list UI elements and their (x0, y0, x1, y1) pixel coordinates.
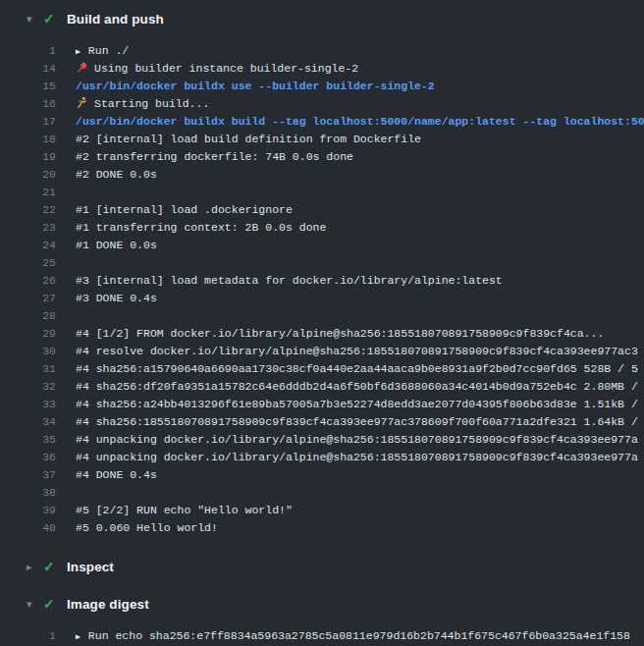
line-number[interactable]: 19 (0, 148, 56, 166)
log-text: #2 [internal] load build definition from… (56, 131, 421, 148)
log-line: 29#4 [1/2] FROM docker.io/library/alpine… (0, 325, 644, 343)
log-text: #1 [internal] load .dockerignore (56, 201, 293, 219)
log-text: #4 resolve docker.io/library/alpine@sha2… (56, 343, 638, 360)
log-text-content: #2 transferring dockerfile: 74B 0.0s don… (76, 150, 353, 163)
log-text: Using builder instance builder-single-2 (56, 60, 358, 80)
log-line: 32#4 sha256:df20fa9351a15782c64e6dddb2d4… (0, 378, 644, 396)
log-text-content: #4 sha256:a15790640a6690aa1730c38cf0a440… (76, 362, 638, 375)
log-line: 36#4 unpacking docker.io/library/alpine@… (0, 449, 644, 466)
line-number[interactable]: 26 (0, 272, 56, 290)
line-number[interactable]: 1 (0, 42, 56, 60)
chevron-down-icon[interactable]: ▾ (27, 599, 43, 610)
section-header-build-and-push[interactable]: ▾ ✓ Build and push (0, 5, 644, 32)
line-number[interactable]: 40 (0, 519, 56, 537)
log-text-content: #2 [internal] load build definition from… (76, 133, 421, 145)
line-number[interactable]: 22 (0, 201, 56, 219)
line-number[interactable]: 34 (0, 413, 56, 431)
line-number[interactable]: 38 (0, 484, 56, 502)
log-group-inspect: ▸ ✓ Inspect (0, 553, 644, 580)
log-group-build-and-push: ▾ ✓ Build and push 1▶Run ./14Using build… (0, 5, 644, 547)
line-number[interactable]: 39 (0, 502, 56, 519)
log-text: #2 transferring dockerfile: 74B 0.0s don… (56, 148, 353, 166)
log-text: #4 sha256:a24bb4013296f61e89ba57005a7b3e… (56, 396, 638, 413)
log-text: #3 [internal] load metadata for docker.i… (56, 272, 503, 290)
log-line: 35#4 unpacking docker.io/library/alpine@… (0, 431, 644, 449)
log-text: #4 sha256:185518070891758909c9f839cf4ca3… (56, 413, 638, 431)
line-number[interactable]: 32 (0, 378, 56, 396)
line-number[interactable]: 31 (0, 360, 56, 378)
log-line: 31#4 sha256:a15790640a6690aa1730c38cf0a4… (0, 360, 644, 378)
log-line: 14Using builder instance builder-single-… (0, 60, 644, 78)
log-line: 17/usr/bin/docker buildx build --tag loc… (0, 113, 644, 131)
line-number[interactable]: 20 (0, 166, 56, 184)
log-text: #4 unpacking docker.io/library/alpine@sh… (56, 431, 638, 449)
log-text: #3 DONE 0.4s (56, 290, 157, 307)
log-text-content: /usr/bin/docker buildx build --tag local… (76, 115, 644, 128)
log-line: 27#3 DONE 0.4s (0, 290, 644, 307)
expand-run-icon[interactable]: ▶ (76, 628, 80, 646)
line-number[interactable]: 24 (0, 237, 56, 254)
line-number[interactable]: 30 (0, 343, 56, 360)
log-text: ▶Run ./ (56, 42, 129, 61)
log-text: #4 sha256:a15790640a6690aa1730c38cf0a440… (56, 360, 638, 378)
log-text: #1 transferring context: 2B 0.0s done (56, 219, 326, 237)
workflow-log-viewer: ▾ ✓ Build and push 1▶Run ./14Using build… (0, 0, 644, 646)
log-text-content: #5 0.060 Hello world! (76, 521, 218, 534)
line-number[interactable]: 14 (0, 60, 56, 78)
log-line: 25 (0, 254, 644, 272)
line-number[interactable]: 1 (0, 627, 56, 645)
line-number[interactable]: 37 (0, 466, 56, 484)
log-line: 26#3 [internal] load metadata for docker… (0, 272, 644, 290)
log-text-content: Using builder instance builder-single-2 (94, 62, 358, 75)
log-text-content: #2 DONE 0.0s (76, 168, 157, 181)
line-number[interactable]: 28 (0, 307, 56, 325)
section-header-image-digest[interactable]: ▾ ✓ Image digest (0, 590, 644, 618)
log-line: 30#4 resolve docker.io/library/alpine@sh… (0, 343, 644, 360)
line-number[interactable]: 16 (0, 95, 56, 113)
log-text-content: Run echo sha256:e7ff8834a5963a2785c5a081… (88, 629, 630, 642)
log-text-content: #5 [2/2] RUN echo "Hello world!" (76, 504, 293, 516)
log-text-content: #3 [internal] load metadata for docker.i… (76, 274, 503, 287)
log-text: #5 [2/2] RUN echo "Hello world!" (56, 502, 293, 519)
log-text-content: #4 DONE 0.4s (76, 468, 157, 481)
check-icon: ✓ (43, 12, 67, 26)
chevron-down-icon[interactable]: ▾ (27, 14, 43, 25)
log-text-content: #4 resolve docker.io/library/alpine@sha2… (76, 345, 638, 357)
line-number[interactable]: 18 (0, 131, 56, 148)
section-title: Build and push (67, 12, 164, 27)
line-number[interactable]: 27 (0, 290, 56, 307)
check-icon: ✓ (43, 597, 67, 611)
line-number[interactable]: 36 (0, 449, 56, 466)
log-text: #4 DONE 0.4s (56, 466, 157, 484)
log-line: 1▶Run ./ (0, 42, 644, 60)
section-header-inspect[interactable]: ▸ ✓ Inspect (0, 553, 644, 580)
line-number[interactable]: 33 (0, 396, 56, 413)
log-text: #4 sha256:df20fa9351a15782c64e6dddb2d4a6… (56, 378, 638, 396)
log-text-content: Starting build... (94, 97, 209, 110)
line-number[interactable]: 29 (0, 325, 56, 343)
section-title: Image digest (67, 597, 149, 612)
log-text-content: #4 [1/2] FROM docker.io/library/alpine@s… (76, 327, 604, 340)
log-command-text: /usr/bin/docker buildx build --tag local… (56, 113, 644, 131)
line-number[interactable]: 35 (0, 431, 56, 449)
log-text: #5 0.060 Hello world! (56, 519, 218, 537)
expand-run-icon[interactable]: ▶ (76, 43, 80, 61)
log-text-content: #4 unpacking docker.io/library/alpine@sh… (76, 451, 638, 463)
log-text-content: Run ./ (88, 44, 129, 57)
log-line: 38 (0, 484, 644, 502)
log-text: #4 unpacking docker.io/library/alpine@sh… (56, 449, 638, 466)
log-line: 23#1 transferring context: 2B 0.0s done (0, 219, 644, 237)
log-lines: 1▶Run ./14Using builder instance builder… (0, 32, 644, 547)
log-text-content: /usr/bin/docker buildx use --builder bui… (76, 80, 435, 92)
chevron-right-icon[interactable]: ▸ (27, 562, 43, 572)
line-number[interactable]: 21 (0, 184, 56, 201)
line-number[interactable]: 17 (0, 113, 56, 131)
log-text-content: #4 sha256:a24bb4013296f61e89ba57005a7b3e… (76, 398, 638, 410)
log-text: #1 DONE 0.0s (56, 237, 157, 254)
line-number[interactable]: 15 (0, 78, 56, 95)
log-line: 24#1 DONE 0.0s (0, 237, 644, 254)
line-number[interactable]: 25 (0, 254, 56, 272)
check-icon: ✓ (43, 560, 67, 573)
log-text-content: #1 transferring context: 2B 0.0s done (76, 221, 326, 234)
line-number[interactable]: 23 (0, 219, 56, 237)
